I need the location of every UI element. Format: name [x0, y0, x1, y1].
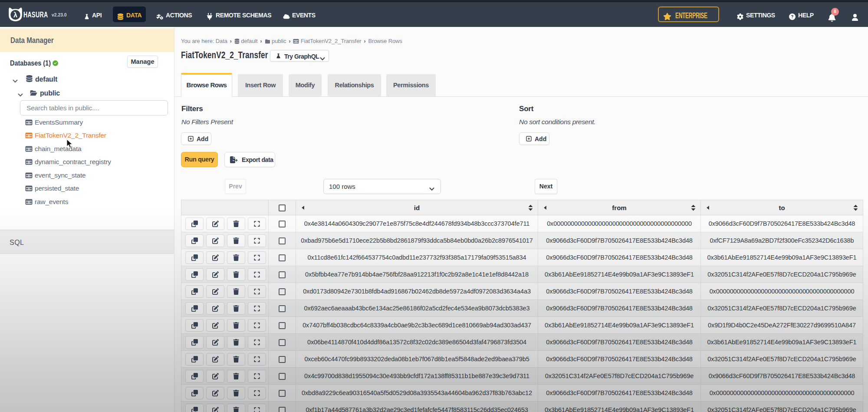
svg-text:λ: λ	[13, 11, 17, 19]
